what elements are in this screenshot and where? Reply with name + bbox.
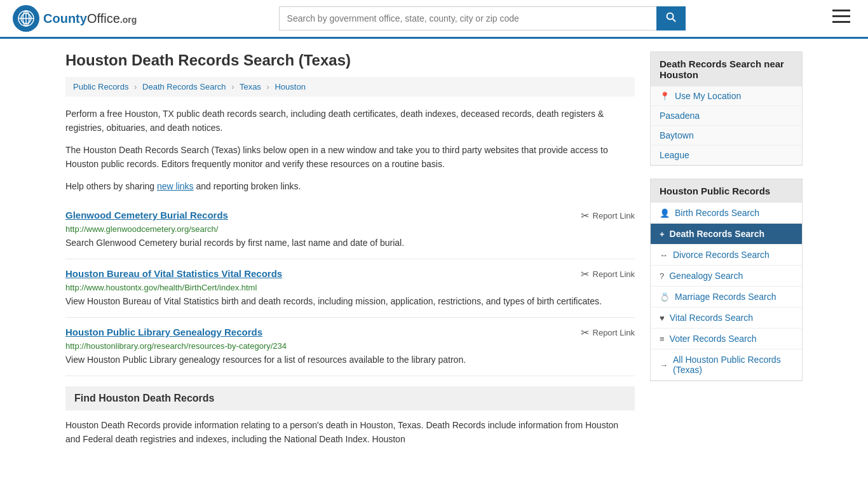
- breadcrumb: Public Records › Death Records Search › …: [65, 77, 635, 97]
- report-link-3[interactable]: ✂ Report Link: [581, 327, 635, 339]
- find-section-description: Houston Death Records provide informatio…: [65, 418, 635, 447]
- sidebar-nearby-pasadena[interactable]: Pasadena: [651, 106, 802, 126]
- breadcrumb-public-records[interactable]: Public Records: [73, 82, 128, 92]
- search-area: [279, 6, 686, 30]
- sidebar-public-records-section: Houston Public Records 👤 Birth Records S…: [650, 179, 803, 381]
- svg-point-6: [667, 13, 673, 20]
- record-entry-2: Houston Bureau of Vital Statistics Vital…: [65, 259, 635, 318]
- description-para3: Help others by sharing new links and rep…: [65, 179, 635, 193]
- record-entry-1: Glenwood Cemetery Burial Records ✂ Repor…: [65, 201, 635, 259]
- svg-rect-10: [832, 21, 850, 23]
- svg-rect-9: [832, 15, 850, 17]
- sidebar-use-my-location[interactable]: 📍 Use My Location: [651, 86, 802, 106]
- svg-line-7: [672, 19, 675, 22]
- person-icon: 👤: [660, 208, 670, 218]
- report-link-2[interactable]: ✂ Report Link: [581, 268, 635, 280]
- svg-rect-8: [832, 10, 850, 11]
- report-icon-3: ✂: [581, 327, 589, 339]
- new-links-link[interactable]: new links: [157, 181, 194, 191]
- sidebar-item-death-records[interactable]: + Death Records Search: [651, 224, 802, 245]
- record-title-link-3[interactable]: Houston Public Library Genealogy Records: [65, 327, 262, 337]
- record-title-link-2[interactable]: Houston Bureau of Vital Statistics Vital…: [65, 268, 282, 279]
- question-icon: ?: [660, 271, 664, 281]
- find-section-header: Find Houston Death Records: [65, 386, 635, 410]
- record-entry-3: Houston Public Library Genealogy Records…: [65, 318, 635, 376]
- sidebar-nearby-baytown[interactable]: Baytown: [651, 126, 802, 146]
- location-pin-icon: 📍: [660, 92, 670, 101]
- logo-text: CountyOffice.org: [43, 11, 137, 26]
- logo-icon: [13, 5, 39, 32]
- record-description-2: View Houston Bureau of Vital Statistics …: [65, 295, 635, 308]
- list-icon: ≡: [660, 334, 665, 344]
- sidebar-item-marriage-records[interactable]: 💍 Marriage Records Search: [651, 287, 802, 308]
- search-input[interactable]: [279, 6, 656, 30]
- arrows-icon: ↔: [660, 250, 668, 260]
- record-description-1: Search Glenwood Cemetery burial records …: [65, 236, 635, 250]
- report-link-1[interactable]: ✂ Report Link: [581, 210, 635, 222]
- report-icon-1: ✂: [581, 210, 589, 222]
- description-para2: The Houston Death Records Search (Texas)…: [65, 143, 635, 172]
- logo-area: CountyOffice.org: [13, 5, 137, 32]
- breadcrumb-houston[interactable]: Houston: [275, 82, 305, 92]
- hamburger-menu-icon[interactable]: [827, 7, 855, 30]
- sidebar-public-records-header: Houston Public Records: [651, 179, 802, 203]
- sidebar-item-divorce-records[interactable]: ↔ Divorce Records Search: [651, 245, 802, 266]
- breadcrumb-death-records[interactable]: Death Records Search: [142, 82, 226, 92]
- sidebar-item-birth-records[interactable]: 👤 Birth Records Search: [651, 203, 802, 224]
- record-url-2[interactable]: http://www.houstontx.gov/health/BirthCer…: [65, 283, 635, 292]
- sidebar-nearby-section: Death Records Search near Houston 📍 Use …: [650, 51, 803, 166]
- sidebar-nearby-league[interactable]: League: [651, 146, 802, 165]
- search-button[interactable]: [656, 6, 686, 30]
- sidebar: Death Records Search near Houston 📍 Use …: [650, 51, 803, 454]
- report-icon-2: ✂: [581, 268, 589, 280]
- record-description-3: View Houston Public Library genealogy re…: [65, 353, 635, 367]
- heart-icon: ♥: [660, 313, 665, 323]
- sidebar-nearby-header: Death Records Search near Houston: [651, 52, 802, 86]
- arrow-right-icon: →: [660, 360, 668, 370]
- sidebar-item-genealogy[interactable]: ? Genealogy Search: [651, 266, 802, 287]
- record-url-3[interactable]: http://houstonlibrary.org/research/resou…: [65, 341, 635, 351]
- ring-icon: 💍: [660, 292, 670, 302]
- plus-icon: +: [660, 229, 665, 239]
- sidebar-item-voter-records[interactable]: ≡ Voter Records Search: [651, 329, 802, 349]
- description-para1: Perform a free Houston, TX public death …: [65, 107, 635, 135]
- sidebar-item-vital-records[interactable]: ♥ Vital Records Search: [651, 308, 802, 329]
- page-title: Houston Death Records Search (Texas): [65, 51, 635, 69]
- record-url-1[interactable]: http://www.glenwoodcemetery.org/search/: [65, 224, 635, 234]
- breadcrumb-texas[interactable]: Texas: [240, 82, 261, 92]
- sidebar-item-all-records[interactable]: → All Houston Public Records (Texas): [651, 349, 802, 381]
- record-title-link-1[interactable]: Glenwood Cemetery Burial Records: [65, 210, 228, 220]
